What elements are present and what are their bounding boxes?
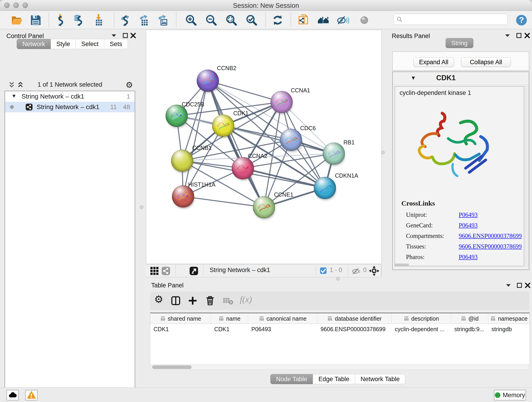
network-collection-row[interactable]: ▼ String Network – cdk1 1 xyxy=(5,91,135,102)
table-hscrollbar-thumb[interactable] xyxy=(152,365,191,369)
column-header-id[interactable]: @id xyxy=(451,313,488,324)
network-node-CCNA1[interactable] xyxy=(271,91,293,114)
results-panel-float-button[interactable] xyxy=(515,32,523,39)
help-button[interactable]: ? xyxy=(515,13,529,27)
tab-network[interactable]: Network xyxy=(17,39,51,49)
table-cell[interactable]: 9606.ENSP00000378699 xyxy=(317,324,392,334)
results-panel-close-button[interactable] xyxy=(523,32,531,39)
collapse-section-icon[interactable]: ▼ xyxy=(411,75,416,81)
network-node-CDK1[interactable] xyxy=(212,115,234,138)
export-network-button[interactable] xyxy=(118,13,132,27)
table-cell[interactable]: cyclin-dependent ... xyxy=(392,324,451,334)
network-node-CCNA2[interactable] xyxy=(232,157,254,180)
memory-button[interactable]: Memory xyxy=(494,390,526,400)
column-header-name[interactable]: name xyxy=(211,313,248,324)
automation-cloud-button[interactable] xyxy=(6,390,19,400)
help-icon: ? xyxy=(515,14,528,27)
control-panel-menu-button[interactable] xyxy=(110,32,118,39)
network-canvas[interactable]: CCNB2CCNA1CDC25BCDK1CDC6RB1CCNB1CCNA2CDK… xyxy=(146,30,382,264)
results-panel-menu-button[interactable] xyxy=(504,32,511,39)
network-node-CCNB1[interactable] xyxy=(171,150,193,173)
zoom-selected-button[interactable] xyxy=(245,13,259,27)
table-cell[interactable]: stringdb xyxy=(488,324,530,334)
tab-sets[interactable]: Sets xyxy=(104,39,128,49)
table-cell[interactable]: P06493 xyxy=(248,324,317,334)
columns-icon[interactable] xyxy=(170,295,181,306)
results-hscrollbar-thumb[interactable] xyxy=(395,264,409,266)
network-node-CCNE1[interactable] xyxy=(253,196,275,219)
tab-network-table[interactable]: Network Table xyxy=(355,374,405,384)
import-network-file-button[interactable] xyxy=(53,13,67,27)
save-session-button[interactable] xyxy=(29,13,43,27)
network-edge-CCNB2-HIST1H1A[interactable] xyxy=(183,81,208,196)
network-node-RB1[interactable] xyxy=(323,143,345,166)
delete-table-icon[interactable] xyxy=(222,295,234,306)
tab-string[interactable]: String xyxy=(446,38,473,48)
hidden-elements-icon[interactable] xyxy=(351,266,361,276)
warnings-button[interactable] xyxy=(25,390,38,400)
search-field[interactable] xyxy=(394,14,508,25)
show-hide-button[interactable] xyxy=(336,13,350,27)
birds-eye-view-button[interactable] xyxy=(369,266,380,276)
add-column-icon[interactable] xyxy=(187,295,198,306)
column-header-canonical-name[interactable]: canonical name xyxy=(248,313,317,324)
selected-checkbox-icon[interactable] xyxy=(319,267,327,275)
search-input[interactable] xyxy=(405,14,504,24)
network-node-CDC25B[interactable] xyxy=(166,105,188,128)
refresh-view-button[interactable] xyxy=(271,13,285,27)
table-cell[interactable]: CDK1 xyxy=(150,324,211,334)
export-table-button[interactable] xyxy=(137,13,151,27)
table-panel-float-button[interactable] xyxy=(515,281,523,289)
column-header-database-identifier[interactable]: database identifier xyxy=(317,313,392,324)
share-document-button[interactable] xyxy=(297,13,311,27)
crosslink-tissues[interactable]: 9606.ENSP00000378699 xyxy=(459,243,522,250)
left-splitter-handle[interactable] xyxy=(140,205,143,209)
open-session-button[interactable] xyxy=(10,13,24,27)
control-panel-float-button[interactable] xyxy=(121,32,129,39)
grid-mode-button[interactable] xyxy=(150,266,159,276)
gray-eye-button[interactable] xyxy=(357,13,372,27)
tree-expanded-icon[interactable]: ▼ xyxy=(12,91,17,101)
table-hscrollbar[interactable] xyxy=(150,364,529,370)
column-header-description[interactable]: description xyxy=(392,313,451,324)
export-image-button[interactable] xyxy=(156,13,170,27)
control-panel-close-button[interactable] xyxy=(129,32,137,39)
column-header-namespace[interactable]: namespace xyxy=(488,313,530,324)
results-vscrollbar[interactable] xyxy=(525,86,528,266)
network-node-HIST1H1A[interactable] xyxy=(172,185,194,209)
network-options-gear-icon[interactable]: ⚙ xyxy=(126,80,133,89)
home-networks-button[interactable] xyxy=(317,13,331,27)
title-bar[interactable]: Session: New Session xyxy=(0,0,532,11)
crosslink-pharos[interactable]: P06493 xyxy=(459,254,478,260)
network-edge-CCNB2-CCNE1[interactable] xyxy=(208,81,264,207)
network-edge-HIST1H1A-CCNE1[interactable] xyxy=(183,196,264,207)
column-header-shared-name[interactable]: shared name xyxy=(150,313,211,324)
tab-node-table[interactable]: Node Table xyxy=(270,374,313,384)
tab-select[interactable]: Select xyxy=(76,39,104,49)
collapse-all-button[interactable]: Collapse All xyxy=(461,57,511,67)
network-node-CDC6[interactable] xyxy=(280,129,302,152)
zoom-in-button[interactable] xyxy=(184,13,198,27)
table-cell[interactable]: stringdb:9... xyxy=(451,324,488,334)
delete-column-icon[interactable] xyxy=(205,295,215,306)
network-node-CDKN1A[interactable] xyxy=(314,177,336,200)
function-builder-icon[interactable]: f(x) xyxy=(240,294,260,305)
table-settings-gear-icon[interactable]: ⚙ xyxy=(154,293,165,304)
right-splitter-handle[interactable] xyxy=(381,151,385,154)
tab-style[interactable]: Style xyxy=(51,39,76,49)
zoom-fit-button[interactable] xyxy=(225,13,239,27)
import-table-button[interactable] xyxy=(92,13,106,27)
tab-edge-table[interactable]: Edge Table xyxy=(313,374,355,384)
network-row[interactable]: String Network – cdk1 11 48 xyxy=(5,102,135,112)
table-panel-close-button[interactable] xyxy=(524,281,532,289)
protein-section-header[interactable]: ▼ CDK1 xyxy=(393,72,529,85)
table-panel-menu-button[interactable] xyxy=(505,281,512,289)
crosslink-genecard[interactable]: P06493 xyxy=(459,222,478,229)
table-cell[interactable]: CDK1 xyxy=(211,324,248,334)
zoom-out-button[interactable] xyxy=(204,13,219,27)
expand-all-button[interactable]: Expand All xyxy=(413,57,454,67)
crosslink-compartments[interactable]: 9606.ENSP00000378699 xyxy=(459,232,522,239)
crosslink-uniprot[interactable]: P06493 xyxy=(459,211,478,218)
import-network-database-button[interactable] xyxy=(72,13,86,27)
detach-view-button[interactable] xyxy=(189,266,199,276)
